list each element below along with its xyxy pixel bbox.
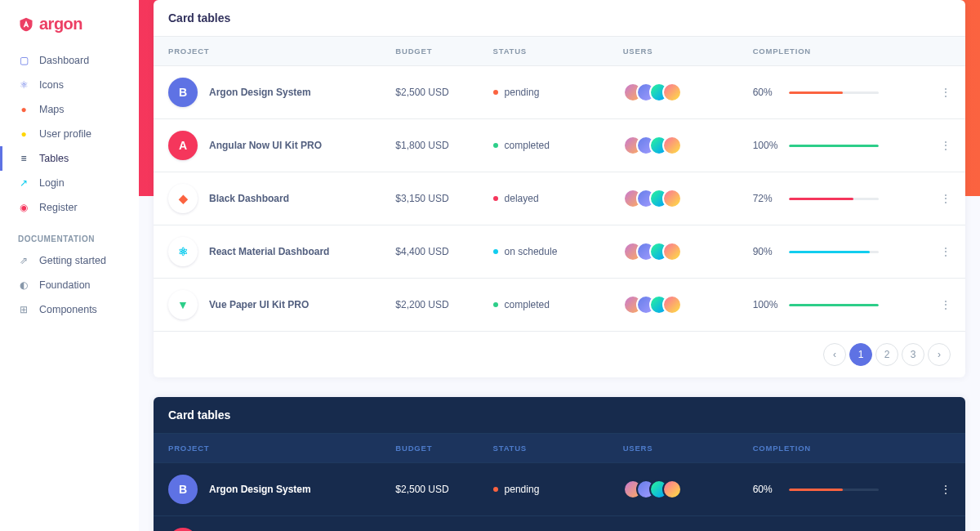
rocket-icon: ⇗	[18, 255, 29, 266]
completion-pct: 60%	[753, 484, 779, 495]
card-table-light: Card tables PROJECTBUDGETSTATUSUSERSCOMP…	[154, 0, 965, 377]
sidebar-item-login[interactable]: ↗Login	[0, 171, 139, 195]
sidebar-item-components[interactable]: ⊞Components	[0, 297, 139, 322]
status-text: completed	[505, 299, 550, 310]
sidebar-item-dashboard[interactable]: ▢Dashboard	[0, 48, 139, 73]
pin-icon: ●	[18, 104, 29, 115]
project-name: Vue Paper UI Kit PRO	[209, 299, 309, 310]
user-avatars[interactable]	[623, 295, 724, 315]
table-row: BArgon Design System$2,500 USDpending60%…	[154, 66, 965, 119]
palette-icon: ◐	[18, 279, 29, 291]
avatar[interactable]	[662, 480, 682, 499]
budget-cell: $2,500 USD	[381, 463, 478, 516]
row-more-button[interactable]: ⋮	[916, 119, 965, 172]
circle-icon: ◉	[18, 202, 29, 213]
avatar[interactable]	[662, 189, 682, 208]
sidebar-item-label: Dashboard	[39, 55, 89, 66]
completion-cell: 100%	[753, 140, 902, 151]
completion-cell: 100%	[753, 299, 902, 310]
chevron-right-icon: ›	[938, 349, 941, 360]
project-logo-icon: B	[168, 78, 198, 107]
card-header-light: Card tables	[154, 0, 965, 37]
user-avatars[interactable]	[623, 136, 724, 155]
avatar[interactable]	[662, 242, 682, 261]
completion-pct: 60%	[753, 87, 779, 98]
completion-pct: 72%	[753, 193, 779, 204]
status-cell: completed	[493, 299, 594, 310]
sidebar-item-label: Register	[39, 202, 78, 213]
project-cell: ⚛React Material Dashboard	[168, 237, 366, 266]
page-button-1[interactable]: 1	[849, 343, 872, 366]
user-avatars[interactable]	[623, 189, 724, 208]
page-button-2[interactable]: 2	[875, 343, 898, 366]
sidebar-item-icons[interactable]: ⚛Icons	[0, 73, 139, 97]
progress-bar-track	[789, 304, 879, 306]
sidebar-item-foundation[interactable]: ◐Foundation	[0, 273, 139, 297]
sidebar-item-label: Icons	[39, 79, 64, 91]
status-dot-icon	[493, 249, 498, 254]
sidebar-item-label: Tables	[39, 153, 69, 164]
table-row: ◆Black Dashboard$3,150 USDdelayed72%⋮	[154, 172, 965, 225]
nav-doc-heading: DOCUMENTATION	[0, 220, 139, 248]
project-logo-icon: B	[168, 475, 198, 504]
column-header: COMPLETION	[738, 434, 917, 463]
page-button-3[interactable]: 3	[902, 343, 924, 366]
row-more-button[interactable]: ⋮	[916, 66, 965, 119]
sidebar-item-register[interactable]: ◉Register	[0, 195, 139, 220]
avatar[interactable]	[662, 295, 682, 315]
project-logo-icon: A	[168, 528, 198, 531]
status-text: delayed	[505, 193, 539, 204]
avatar[interactable]	[662, 136, 682, 155]
sidebar-item-user-profile[interactable]: ●User profile	[0, 122, 139, 146]
user-avatars[interactable]	[623, 83, 724, 102]
row-more-button[interactable]: ⋮	[916, 516, 965, 532]
project-logo-icon: A	[168, 131, 198, 160]
progress-bar-fill	[789, 91, 843, 94]
status-cell: pending	[493, 484, 594, 495]
project-cell: ◆Black Dashboard	[168, 184, 366, 213]
sidebar-item-tables[interactable]: ≡Tables	[0, 146, 139, 171]
status-cell: on schedule	[493, 246, 594, 257]
row-more-button[interactable]: ⋮	[916, 225, 965, 279]
main-content: Card tables PROJECTBUDGETSTATUSUSERSCOMP…	[139, 0, 980, 531]
table-row: ⚛React Material Dashboard$4,400 USDon sc…	[154, 225, 965, 279]
list-icon: ≡	[18, 153, 29, 164]
pagination: ‹123›	[154, 332, 965, 377]
sidebar-item-getting-started[interactable]: ⇗Getting started	[0, 248, 139, 273]
table-row: ▼Vue Paper UI Kit PRO$2,200 USDcompleted…	[154, 279, 965, 332]
sidebar: argon ▢Dashboard⚛Icons●Maps●User profile…	[0, 0, 139, 531]
project-cell: BArgon Design System	[168, 78, 366, 107]
atom-icon: ⚛	[18, 79, 29, 91]
completion-pct: 100%	[753, 140, 779, 151]
table-row: BArgon Design System$2,500 USDpending60%…	[154, 463, 965, 516]
progress-bar-track	[789, 91, 879, 94]
table-row: AAngular Now UI Kit PRO$1,800 USDcomplet…	[154, 119, 965, 172]
progress-bar-fill	[789, 198, 853, 200]
column-header: COMPLETION	[738, 37, 917, 66]
page-next-button[interactable]: ›	[928, 343, 951, 366]
page-prev-button[interactable]: ‹	[823, 343, 846, 366]
row-more-button[interactable]: ⋮	[916, 279, 965, 332]
avatar[interactable]	[662, 83, 682, 102]
column-header: STATUS	[479, 434, 608, 463]
sidebar-item-label: Getting started	[39, 255, 106, 266]
status-text: on schedule	[505, 246, 558, 257]
project-cell: ▼Vue Paper UI Kit PRO	[168, 290, 366, 319]
brand[interactable]: argon	[0, 15, 139, 48]
sidebar-item-label: User profile	[39, 128, 91, 140]
status-dot-icon	[493, 143, 498, 148]
status-cell: pending	[493, 87, 594, 98]
row-more-button[interactable]: ⋮	[916, 463, 965, 516]
status-cell: delayed	[493, 193, 594, 204]
budget-cell: $4,400 USD	[381, 225, 478, 279]
user-avatars[interactable]	[623, 480, 724, 499]
column-header: BUDGET	[381, 434, 478, 463]
status-text: pending	[505, 87, 540, 98]
completion-pct: 100%	[753, 299, 779, 310]
status-cell: completed	[493, 140, 594, 151]
brand-shield-icon	[18, 16, 34, 33]
sidebar-item-maps[interactable]: ●Maps	[0, 97, 139, 122]
project-cell: AAngular Now UI Kit PRO	[168, 131, 366, 160]
row-more-button[interactable]: ⋮	[916, 172, 965, 225]
user-avatars[interactable]	[623, 242, 724, 261]
